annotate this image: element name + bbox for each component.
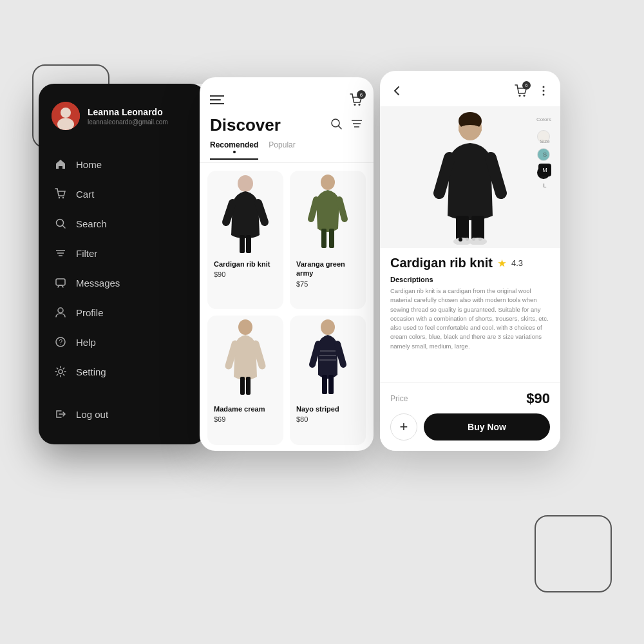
- nav-header: Leanna Leonardo leannaleonardo@gmail.com: [39, 84, 206, 143]
- product-name-4: Nayo striped: [296, 404, 359, 413]
- svg-point-31: [238, 319, 252, 335]
- product-info-4: Nayo striped $80: [290, 399, 366, 430]
- size-l[interactable]: L: [538, 179, 551, 192]
- svg-point-47: [459, 125, 482, 135]
- svg-point-40: [519, 95, 521, 97]
- discover-title: Discover: [210, 115, 281, 135]
- nav-user-info: Leanna Leonardo leannaleonardo@gmail.com: [88, 107, 168, 126]
- nav-item-cart[interactable]: Cart: [39, 179, 206, 209]
- logout-icon: [54, 408, 67, 421]
- nav-menu: Home Cart S: [39, 143, 206, 393]
- price-row: Price $90: [390, 390, 550, 407]
- detail-product-image: Colors Size S M L: [380, 106, 560, 248]
- price-value: $90: [526, 390, 550, 407]
- detail-header-actions: 6: [514, 84, 550, 101]
- discover-search-icon[interactable]: [330, 117, 343, 133]
- colors-label: Colors: [536, 117, 551, 122]
- nav-item-home[interactable]: Home: [39, 149, 206, 179]
- nav-label-setting: Setting: [76, 366, 106, 377]
- detail-header: 6: [380, 71, 560, 106]
- svg-text:?: ?: [59, 339, 63, 346]
- product-card-1[interactable]: Cardigan rib knit $90: [207, 171, 283, 309]
- buy-now-button[interactable]: Buy Now: [424, 413, 550, 440]
- svg-line-6: [62, 225, 65, 228]
- size-section: Size S M L: [538, 138, 551, 192]
- discover-screen: 6 Discover: [200, 77, 374, 451]
- size-s[interactable]: S: [538, 148, 551, 161]
- user-avatar: [52, 102, 80, 130]
- hamburger-icon[interactable]: [210, 95, 224, 108]
- product-info-1: Cardigan rib knit $90: [207, 254, 283, 285]
- nav-user-name: Leanna Leonardo: [88, 107, 168, 117]
- cart-badge-icon[interactable]: 6: [349, 93, 363, 110]
- discover-action-icons: [330, 117, 363, 133]
- svg-point-44: [543, 94, 545, 96]
- price-label: Price: [390, 394, 408, 403]
- svg-point-41: [524, 95, 526, 97]
- svg-rect-29: [321, 229, 327, 248]
- svg-rect-33: [246, 377, 251, 395]
- product-img-3: [207, 316, 283, 399]
- cart-icon: [54, 187, 67, 200]
- svg-rect-30: [329, 229, 334, 248]
- nav-label-filter: Filter: [76, 248, 97, 259]
- detail-cart-icon-wrapper[interactable]: 6: [514, 84, 528, 101]
- discover-tabs: Recomended Popular: [200, 140, 374, 163]
- product-card-2[interactable]: Varanga green army $75: [290, 171, 366, 309]
- descriptions-label: Descriptions: [390, 276, 550, 283]
- tab-active-dot: [233, 151, 236, 153]
- svg-point-11: [58, 308, 63, 313]
- setting-icon: [54, 365, 67, 378]
- nav-item-search[interactable]: Search: [39, 209, 206, 238]
- help-icon: ?: [54, 336, 67, 348]
- nav-label-help: Help: [76, 337, 96, 348]
- img-dot-4: [478, 238, 482, 241]
- profile-icon: [54, 306, 67, 319]
- nav-item-messages[interactable]: Messages: [39, 268, 206, 298]
- product-detail-screen: 6: [380, 71, 560, 451]
- product-img-1: [207, 171, 283, 254]
- nav-item-setting[interactable]: Setting: [39, 357, 206, 386]
- tab-popular[interactable]: Popular: [269, 140, 295, 160]
- nav-user-email: leannaleonardo@gmail.com: [88, 118, 168, 126]
- discover-title-row: Discover: [200, 115, 374, 140]
- product-price-1: $90: [214, 270, 277, 278]
- svg-rect-36: [328, 375, 334, 394]
- svg-point-14: [59, 370, 62, 374]
- nav-label-home: Home: [76, 159, 102, 170]
- product-info-2: Varanga green army $75: [290, 254, 366, 294]
- deco-box-bottomright: [535, 515, 612, 592]
- tab-recommended[interactable]: Recomended: [210, 140, 258, 160]
- discover-filter-icon[interactable]: [350, 117, 363, 133]
- detail-more-icon[interactable]: [537, 84, 550, 100]
- size-m[interactable]: M: [538, 164, 551, 176]
- svg-point-4: [62, 197, 64, 198]
- nav-item-profile[interactable]: Profile: [39, 298, 206, 327]
- action-row: + Buy Now: [390, 413, 550, 440]
- cart-count-badge: 6: [357, 90, 366, 99]
- product-card-4[interactable]: Nayo striped $80: [290, 316, 366, 445]
- img-dot-3: [472, 238, 475, 241]
- product-price-3: $69: [214, 415, 277, 423]
- discover-header: 6: [200, 77, 374, 115]
- svg-point-3: [59, 197, 60, 198]
- nav-item-filter[interactable]: Filter: [39, 238, 206, 268]
- nav-label-cart: Cart: [76, 189, 94, 200]
- img-dot-2: [466, 238, 469, 241]
- description-text: Cardigan rib knit is a cardigan from the…: [390, 287, 550, 351]
- nav-item-help[interactable]: ? Help: [39, 327, 206, 357]
- svg-rect-32: [240, 377, 245, 395]
- img-dot-1: [459, 238, 462, 242]
- screens-wrapper: Leanna Leonardo leannaleonardo@gmail.com…: [39, 84, 560, 451]
- nav-logout[interactable]: Log out: [39, 399, 206, 429]
- svg-rect-35: [322, 375, 327, 394]
- rating-number: 4.3: [511, 258, 523, 268]
- product-price-2: $75: [296, 280, 359, 288]
- add-to-cart-button[interactable]: +: [390, 413, 417, 440]
- svg-point-42: [543, 86, 545, 88]
- back-button[interactable]: [390, 84, 403, 100]
- product-card-3[interactable]: Madame cream $69: [207, 316, 283, 445]
- svg-point-43: [543, 90, 545, 92]
- svg-point-19: [359, 104, 361, 106]
- svg-point-1: [61, 108, 71, 118]
